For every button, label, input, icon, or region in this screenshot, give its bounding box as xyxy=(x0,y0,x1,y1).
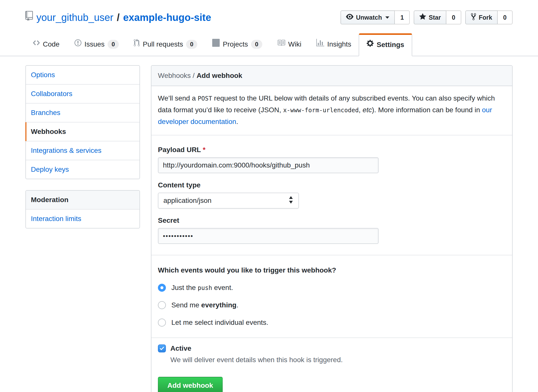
star-icon xyxy=(419,13,426,22)
repo-icon xyxy=(25,10,33,24)
tab-pull-requests-label: Pull requests xyxy=(143,39,183,50)
unwatch-button-label: Unwatch xyxy=(356,14,382,21)
settings-menu: Options Collaborators Branches Webhooks … xyxy=(25,65,140,179)
repo-header: your_github_user / example-hugo-site Unw… xyxy=(25,10,513,24)
sidebar-item-collaborators[interactable]: Collaborators xyxy=(26,85,139,104)
tab-insights[interactable]: Insights xyxy=(309,33,359,56)
tab-projects[interactable]: Projects 0 xyxy=(205,33,270,56)
etc-text: etc xyxy=(363,106,372,114)
gear-icon xyxy=(367,39,374,50)
radio-just-push-event[interactable]: Just the push event. xyxy=(158,284,506,292)
radio-label-text: Just the xyxy=(171,284,198,291)
fork-button[interactable]: Fork xyxy=(465,10,498,24)
radio-individual-events-label: Let me select individual events. xyxy=(171,319,268,327)
tab-wiki[interactable]: Wiki xyxy=(270,33,309,56)
payload-url-label: Payload URL * xyxy=(158,146,506,154)
repo-nav-bar: Code Issues 0 Pull requests 0 Projects 0… xyxy=(0,33,538,56)
everything-bold-text: everything xyxy=(201,301,237,309)
git-pull-request-icon xyxy=(134,39,140,50)
sidebar-item-webhooks[interactable]: Webhooks xyxy=(26,122,139,141)
radio-send-everything[interactable]: Send me everything. xyxy=(158,301,506,309)
fork-count[interactable]: 0 xyxy=(498,10,513,24)
radio-selected-icon[interactable] xyxy=(158,284,166,292)
repo-nav: Code Issues 0 Pull requests 0 Projects 0… xyxy=(25,33,513,56)
book-icon xyxy=(277,39,285,50)
repo-name-link[interactable]: example-hugo-site xyxy=(123,10,211,24)
events-question: Which events would you like to trigger t… xyxy=(158,266,506,274)
tab-pull-requests[interactable]: Pull requests 0 xyxy=(126,33,205,56)
issues-counter: 0 xyxy=(108,40,119,49)
sidebar-item-deploy-keys[interactable]: Deploy keys xyxy=(26,160,139,179)
project-icon xyxy=(212,39,220,50)
breadcrumb-add-webhook: Add webhook xyxy=(197,72,242,79)
select-arrows-icon xyxy=(288,196,293,205)
issue-opened-icon xyxy=(74,39,81,50)
tab-issues-label: Issues xyxy=(84,39,105,50)
radio-send-everything-label: Send me everything. xyxy=(171,301,238,309)
push-code: push xyxy=(198,284,212,291)
star-count[interactable]: 0 xyxy=(446,10,461,24)
star-button-group: Star 0 xyxy=(414,10,461,24)
sidebar-item-interaction-limits[interactable]: Interaction limits xyxy=(26,210,139,228)
fork-button-label: Fork xyxy=(479,14,492,21)
sidebar-item-options[interactable]: Options xyxy=(26,66,139,85)
payload-url-input[interactable] xyxy=(158,157,379,173)
repo-path-separator: / xyxy=(117,10,120,24)
secret-label: Secret xyxy=(158,217,506,224)
radio-unselected-icon[interactable] xyxy=(158,319,166,327)
radio-individual-events[interactable]: Let me select individual events. xyxy=(158,319,506,327)
repo-actions: Unwatch 1 Star 0 xyxy=(340,10,513,24)
description-text: , xyxy=(359,106,363,114)
radio-label-text: Let me select individual events. xyxy=(171,319,268,326)
radio-just-push-label: Just the push event. xyxy=(171,284,233,292)
active-section: Active We will deliver event details whe… xyxy=(151,338,512,392)
secret-input[interactable] xyxy=(158,228,379,244)
description-text: . xyxy=(236,118,238,125)
content-type-selected-value: application/json xyxy=(163,197,211,205)
add-webhook-button[interactable]: Add webhook xyxy=(158,377,223,392)
sidebar-item-integrations-services[interactable]: Integrations & services xyxy=(26,141,139,160)
tab-code-label: Code xyxy=(43,39,60,50)
sidebar-item-branches[interactable]: Branches xyxy=(26,104,139,122)
active-label: Active xyxy=(170,344,191,352)
description-text: We’ll send a xyxy=(158,94,198,102)
post-code: POST xyxy=(198,95,212,102)
tab-settings[interactable]: Settings xyxy=(359,33,412,56)
required-asterisk: * xyxy=(203,146,205,154)
content-type-label: Content type xyxy=(158,181,506,189)
checkbox-checked-icon[interactable] xyxy=(158,344,166,352)
radio-label-text: Send me xyxy=(171,301,201,309)
projects-counter: 0 xyxy=(251,40,262,49)
repo-title: your_github_user / example-hugo-site xyxy=(25,10,211,24)
star-button-label: Star xyxy=(429,14,441,21)
watch-button-group: Unwatch 1 xyxy=(340,10,410,24)
settings-sidebar: Options Collaborators Branches Webhooks … xyxy=(25,65,140,228)
fork-button-group: Fork 0 xyxy=(465,10,513,24)
tab-issues[interactable]: Issues 0 xyxy=(67,33,126,56)
active-description: We will deliver event details when this … xyxy=(170,355,506,365)
description-text: ). More information can be found in xyxy=(372,106,482,114)
active-checkbox-row[interactable]: Active xyxy=(158,344,506,352)
graph-icon xyxy=(316,39,324,50)
events-section: Which events would you like to trigger t… xyxy=(151,255,512,337)
breadcrumb: Webhooks / Add webhook xyxy=(151,66,512,86)
star-button[interactable]: Star xyxy=(414,10,446,24)
radio-label-text: . xyxy=(236,301,238,309)
watch-count[interactable]: 1 xyxy=(395,10,410,24)
moderation-menu: Moderation Interaction limits xyxy=(25,190,140,228)
eye-icon xyxy=(346,13,353,22)
tab-insights-label: Insights xyxy=(327,39,351,50)
radio-unselected-icon[interactable] xyxy=(158,301,166,309)
breadcrumb-webhooks[interactable]: Webhooks xyxy=(158,72,191,79)
tab-code[interactable]: Code xyxy=(25,33,67,56)
breadcrumb-separator: / xyxy=(191,72,197,79)
content-type-select[interactable]: application/json xyxy=(158,193,299,209)
pull-requests-counter: 0 xyxy=(186,40,197,49)
tab-projects-label: Projects xyxy=(223,39,248,50)
urlencoded-code: x-www-form-urlencoded xyxy=(283,107,359,114)
unwatch-button[interactable]: Unwatch xyxy=(340,10,395,24)
radio-label-text: event. xyxy=(212,284,233,291)
webhook-description: We’ll send a POST request to the URL bel… xyxy=(151,86,512,135)
repo-owner-link[interactable]: your_github_user xyxy=(36,10,113,24)
moderation-menu-header: Moderation xyxy=(26,191,139,210)
